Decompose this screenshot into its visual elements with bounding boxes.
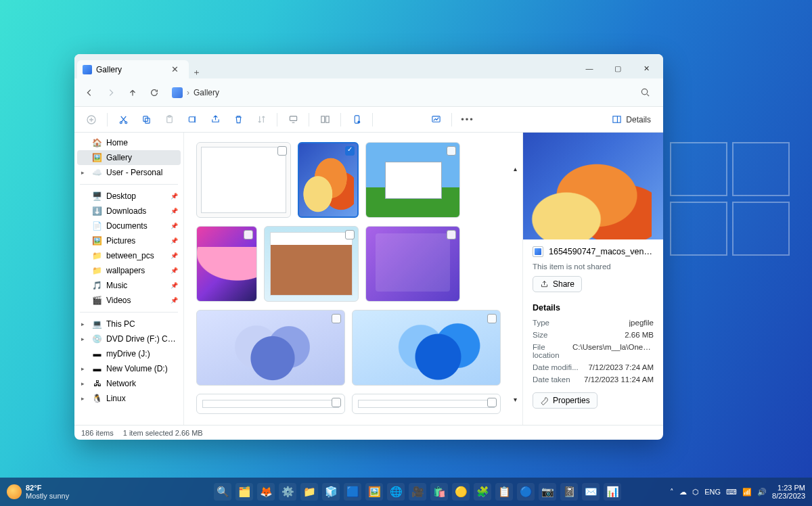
chevron-right-icon[interactable]: ▸ (81, 395, 88, 402)
sidebar-item-downloads[interactable]: ⬇️ Downloads📌 (74, 204, 183, 218)
thumbnail-checkbox[interactable] (277, 146, 287, 156)
sidebar-item-between-pcs[interactable]: 📁 between_pcs📌 (74, 248, 183, 263)
gallery-thumbnail[interactable] (365, 226, 460, 302)
thumbnail-checkbox[interactable] (332, 398, 341, 407)
sidebar-item-home[interactable]: 🏠 Home (74, 135, 183, 150)
sidebar-item-dvd-drive[interactable]: ▸💿 DVD Drive (F:) CCCOMA_X64FRE_E (74, 331, 183, 346)
tray-onedrive-icon[interactable]: ☁ (679, 488, 687, 497)
taskbar-app-icon[interactable]: 🔵 (517, 483, 535, 501)
share-button[interactable]: Share (533, 276, 582, 292)
copy-button[interactable] (136, 110, 156, 130)
taskbar-task-view[interactable]: 🗂️ (235, 483, 253, 501)
chevron-right-icon[interactable]: ▸ (81, 336, 88, 342)
tab-gallery[interactable]: Gallery ✕ (77, 60, 189, 78)
chevron-right-icon[interactable]: ▸ (81, 365, 88, 372)
tray-wifi-icon[interactable]: 📶 (742, 488, 752, 497)
close-window-button[interactable]: ✕ (632, 58, 660, 78)
thumbnail-checkbox[interactable] (487, 314, 497, 323)
sidebar-item-videos[interactable]: 🎬 Videos📌 (74, 293, 183, 308)
group-collapse-up-icon[interactable]: ▴ (514, 165, 517, 172)
sidebar-item-music[interactable]: 🎵 Music📌 (74, 278, 183, 293)
sidebar-item-linux[interactable]: ▸🐧 Linux (74, 391, 183, 406)
properties-button[interactable]: Properties (533, 392, 597, 409)
taskbar-file-explorer[interactable]: 📁 (300, 483, 318, 501)
gallery-thumbnail[interactable] (365, 142, 460, 218)
share-button[interactable] (205, 110, 225, 130)
new-tab-button[interactable]: ＋ (189, 66, 204, 78)
taskbar-chrome[interactable]: 🟡 (452, 483, 470, 501)
sidebar-item-desktop[interactable]: 🖥️ Desktop📌 (74, 189, 183, 204)
tray-volume-icon[interactable]: 🔊 (757, 488, 767, 497)
nav-refresh-button[interactable] (146, 85, 162, 101)
taskbar-app-icon[interactable]: 🦊 (257, 483, 275, 501)
taskbar-app-icon[interactable]: ⚙️ (279, 483, 296, 501)
set-background-button[interactable] (426, 110, 446, 130)
taskbar-app-icon[interactable]: 📊 (604, 483, 621, 501)
taskbar-app-icon[interactable]: 📓 (560, 483, 578, 501)
thumbnail-checkbox[interactable] (244, 230, 253, 239)
thumbnail-checkbox[interactable] (447, 146, 456, 156)
maximize-button[interactable]: ▢ (604, 58, 632, 78)
taskbar-app-icon[interactable]: 🎥 (409, 483, 426, 501)
tray-keyboard-icon[interactable]: ⌨ (726, 488, 737, 497)
taskbar-weather-widget[interactable]: 82°F Mostly sunny (7, 484, 69, 500)
thumbnail-checkbox[interactable] (447, 230, 456, 239)
tray-chevron-icon[interactable]: ˄ (670, 488, 674, 497)
delete-button[interactable] (228, 110, 248, 130)
details-pane-toggle[interactable]: Details (606, 112, 656, 127)
taskbar-app-icon[interactable]: 🧩 (474, 483, 491, 501)
sidebar-item-gallery[interactable]: 🖼️ Gallery (77, 150, 181, 165)
tray-language[interactable]: ENG (704, 488, 721, 496)
thumbnail-checkbox[interactable] (487, 398, 497, 407)
taskbar-edge[interactable]: 🌐 (387, 483, 405, 501)
gallery-thumbnail[interactable] (264, 226, 359, 302)
phone-link-button[interactable] (346, 110, 367, 130)
taskbar-search-button[interactable]: 🔍 (214, 483, 231, 501)
sort-button[interactable] (251, 110, 271, 130)
gallery-thumbnail[interactable] (196, 142, 291, 218)
cut-button[interactable] (113, 110, 133, 130)
nav-forward-button[interactable] (103, 85, 119, 101)
taskbar-app-icon[interactable]: 🖼️ (365, 483, 383, 501)
taskbar-app-icon[interactable]: 📷 (539, 483, 556, 501)
sidebar-item-mydrive[interactable]: ▬ myDrive (J:) (74, 346, 183, 361)
taskbar-app-icon[interactable]: 🟦 (344, 483, 361, 501)
paste-button[interactable] (159, 110, 179, 130)
search-button[interactable] (640, 87, 656, 97)
sidebar-item-user-personal[interactable]: ▸☁️ User - Personal (74, 165, 183, 180)
gallery-thumbnail-selected[interactable] (298, 142, 359, 218)
taskbar-app-icon[interactable]: ✉️ (582, 483, 600, 501)
more-options-button[interactable]: ••• (457, 110, 478, 130)
view-list-button[interactable] (315, 110, 335, 130)
close-tab-icon[interactable]: ✕ (167, 64, 182, 74)
gallery-thumbnail[interactable] (352, 310, 501, 386)
sidebar-item-this-pc[interactable]: ▸💻 This PC (74, 317, 183, 331)
taskbar-app-icon[interactable]: 🧊 (322, 483, 340, 501)
tray-bluetooth-icon[interactable]: ⬡ (692, 488, 699, 497)
gallery-thumbnail[interactable] (196, 394, 345, 414)
gallery-thumbnail[interactable] (196, 310, 345, 386)
chevron-right-icon[interactable]: ▸ (81, 321, 88, 327)
chevron-right-icon[interactable]: ▸ (81, 169, 88, 176)
group-collapse-down-icon[interactable]: ▾ (514, 396, 517, 403)
taskbar-app-icon[interactable]: 📋 (495, 483, 513, 501)
gallery-thumbnail[interactable] (352, 394, 501, 414)
minimize-button[interactable]: ― (575, 58, 604, 78)
nav-up-button[interactable] (125, 85, 141, 101)
sidebar-item-documents[interactable]: 📄 Documents📌 (74, 218, 183, 233)
gallery-thumbnail[interactable] (196, 226, 257, 302)
sidebar-item-new-volume[interactable]: ▸▬ New Volume (D:) (74, 361, 183, 376)
rename-button[interactable] (182, 110, 202, 130)
new-item-button[interactable] (81, 110, 102, 130)
tray-clock[interactable]: 1:23 PM 8/23/2023 (772, 484, 805, 500)
view-monitor-button[interactable] (283, 110, 303, 130)
breadcrumb[interactable]: › Gallery (172, 87, 219, 98)
thumbnail-checkbox[interactable] (345, 230, 355, 239)
thumbnail-checkbox[interactable] (332, 314, 341, 323)
sidebar-item-pictures[interactable]: 🖼️ Pictures📌 (74, 233, 183, 248)
sidebar-item-wallpapers[interactable]: 📁 wallpapers📌 (74, 263, 183, 278)
taskbar-app-icon[interactable]: 🛍️ (430, 483, 448, 501)
nav-back-button[interactable] (81, 85, 97, 101)
sidebar-item-network[interactable]: ▸🖧 Network (74, 376, 183, 391)
chevron-right-icon[interactable]: ▸ (81, 380, 88, 387)
